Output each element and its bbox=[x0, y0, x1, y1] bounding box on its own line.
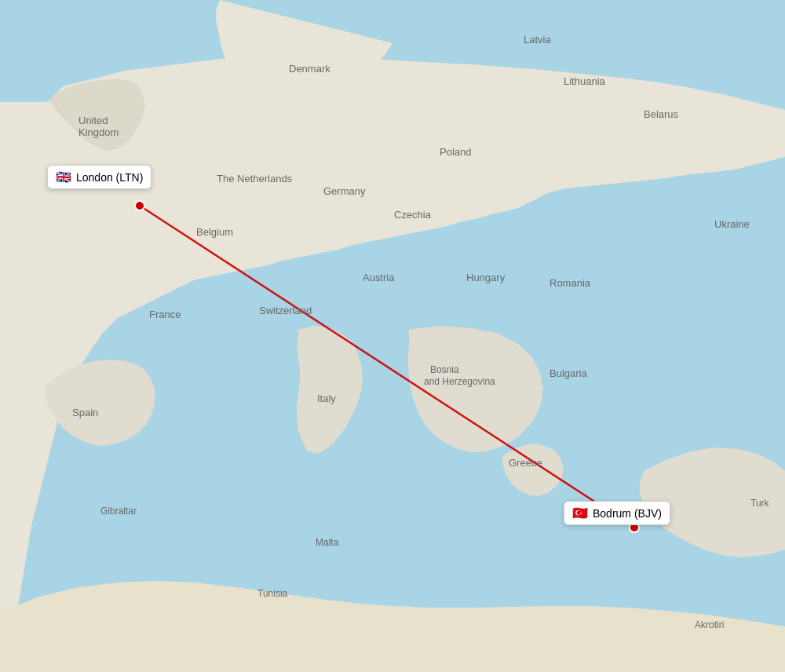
country-label-tunisia: Tunisia bbox=[257, 588, 288, 599]
country-label-romania: Romania bbox=[550, 277, 591, 289]
country-label-belarus: Belarus bbox=[644, 108, 679, 120]
country-label-ukraine: Ukraine bbox=[714, 218, 750, 230]
london-flag: 🇬🇧 bbox=[56, 170, 71, 184]
country-label-turkey: Turk bbox=[750, 498, 770, 509]
country-label-latvia: Latvia bbox=[524, 34, 551, 46]
country-label-bulgaria: Bulgaria bbox=[550, 367, 587, 379]
country-label-france: France bbox=[149, 309, 181, 320]
country-label-bosnia2: and Herzegovina bbox=[424, 376, 495, 387]
country-label-germany: Germany bbox=[323, 185, 366, 197]
country-label-czechia: Czechia bbox=[394, 209, 432, 221]
country-label-uk2: Kingdom bbox=[78, 126, 119, 138]
country-label-switzerland: Switzerland bbox=[259, 305, 312, 316]
bodrum-city-text: Bodrum (BJV) bbox=[593, 507, 662, 520]
country-label-denmark: Denmark bbox=[289, 63, 330, 75]
london-label: 🇬🇧 London (LTN) bbox=[47, 165, 152, 189]
country-label-bosnia: Bosnia bbox=[430, 364, 459, 375]
country-label-spain: Spain bbox=[72, 407, 98, 418]
country-label-belgium: Belgium bbox=[196, 226, 233, 238]
map-container: United Kingdom Denmark Latvia Lithuania … bbox=[0, 0, 785, 672]
country-label-malta: Malta bbox=[316, 537, 339, 548]
country-label-hungary: Hungary bbox=[466, 272, 506, 283]
country-label-gibraltar: Gibraltar bbox=[100, 506, 137, 517]
country-label-uk: United bbox=[78, 115, 108, 126]
london-city-text: London (LTN) bbox=[76, 171, 143, 184]
bodrum-flag: 🇹🇷 bbox=[572, 506, 588, 520]
country-label-austria: Austria bbox=[363, 272, 395, 283]
country-label-netherlands: The Netherlands bbox=[217, 173, 293, 184]
country-label-akrotiri: Akrotiri bbox=[695, 619, 724, 630]
country-label-italy: Italy bbox=[317, 393, 336, 404]
country-label-lithuania: Lithuania bbox=[564, 75, 606, 87]
map-svg: United Kingdom Denmark Latvia Lithuania … bbox=[0, 0, 785, 672]
bodrum-label: 🇹🇷 Bodrum (BJV) bbox=[564, 501, 670, 525]
origin-dot bbox=[135, 201, 144, 210]
country-label-poland: Poland bbox=[440, 146, 471, 158]
country-label-greece: Greece bbox=[509, 457, 542, 469]
